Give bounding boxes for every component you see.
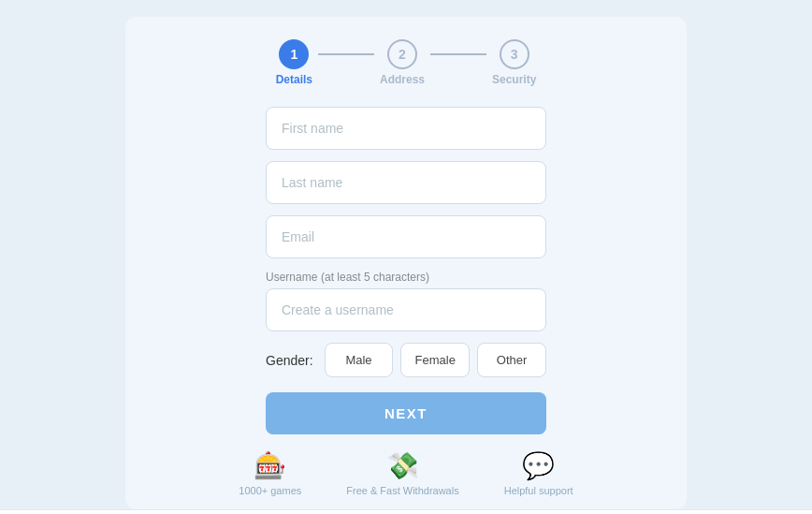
first-name-input[interactable] [266, 107, 546, 150]
step-address: 2 Address [380, 39, 425, 86]
step-line-1 [318, 53, 374, 55]
step-details: 1 Details [276, 39, 312, 86]
step-line-2 [430, 53, 486, 55]
page-wrapper: 1 Details 2 Address 3 Security [0, 0, 812, 514]
features-row: 🎰 1000+ games 💸 Free & Fast Withdrawals … [148, 453, 664, 496]
gender-row: Gender: Male Female Other [266, 343, 546, 377]
email-input[interactable] [266, 215, 546, 258]
support-label: Helpful support [504, 485, 573, 496]
feature-withdrawals: 💸 Free & Fast Withdrawals [346, 453, 458, 496]
step-label-address: Address [380, 73, 425, 86]
withdrawals-label: Free & Fast Withdrawals [346, 485, 458, 496]
last-name-input[interactable] [266, 161, 546, 204]
step-label-details: Details [276, 73, 312, 86]
username-input[interactable] [266, 288, 546, 331]
feature-support: 💬 Helpful support [504, 453, 573, 496]
username-label: Username (at least 5 characters) [266, 270, 546, 284]
step-circle-1: 1 [279, 39, 309, 69]
gender-label: Gender: [266, 353, 313, 368]
step-security: 3 Security [492, 39, 536, 86]
withdrawals-icon: 💸 [386, 453, 419, 479]
feature-games: 🎰 1000+ games [239, 453, 301, 496]
step-circle-3: 3 [500, 39, 529, 69]
gender-male-button[interactable]: Male [325, 343, 394, 377]
next-button[interactable]: NEXT [266, 392, 546, 434]
stepper: 1 Details 2 Address 3 Security [276, 39, 537, 86]
gender-female-button[interactable]: Female [400, 343, 470, 377]
games-icon: 🎰 [254, 453, 286, 479]
form-container: 1 Details 2 Address 3 Security [125, 17, 687, 509]
step-label-security: Security [492, 73, 536, 86]
gender-other-button[interactable]: Other [477, 343, 546, 377]
step-circle-2: 2 [387, 39, 417, 69]
games-label: 1000+ games [239, 485, 301, 496]
terms-bar[interactable]: Terms & conditions [0, 509, 812, 514]
support-icon: 💬 [522, 453, 555, 479]
